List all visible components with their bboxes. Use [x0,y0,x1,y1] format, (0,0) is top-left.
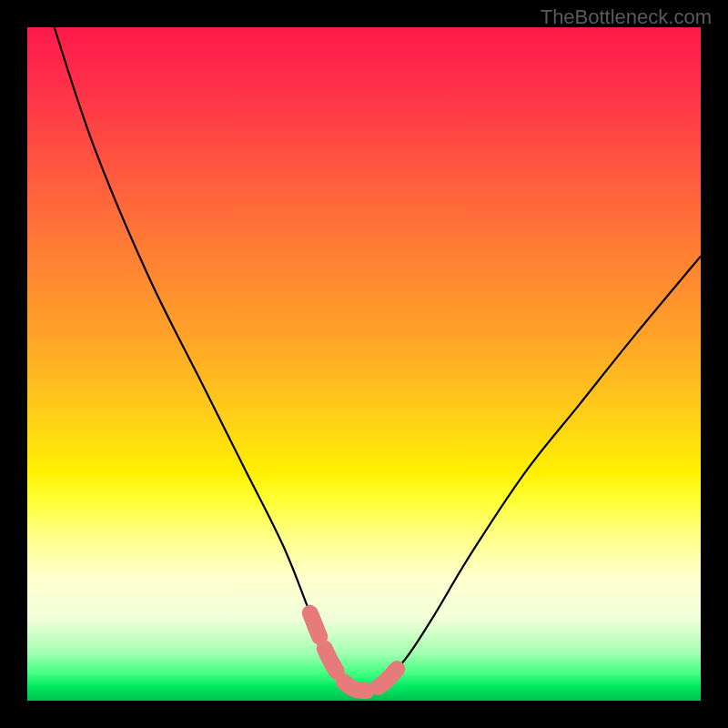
curve-svg [27,27,701,701]
chart-container: TheBottleneck.com [0,0,728,728]
watermark-text: TheBottleneck.com [541,5,712,29]
bottom-highlight-path [310,613,405,691]
plot-area [27,27,701,701]
bottleneck-curve-path [55,27,701,691]
